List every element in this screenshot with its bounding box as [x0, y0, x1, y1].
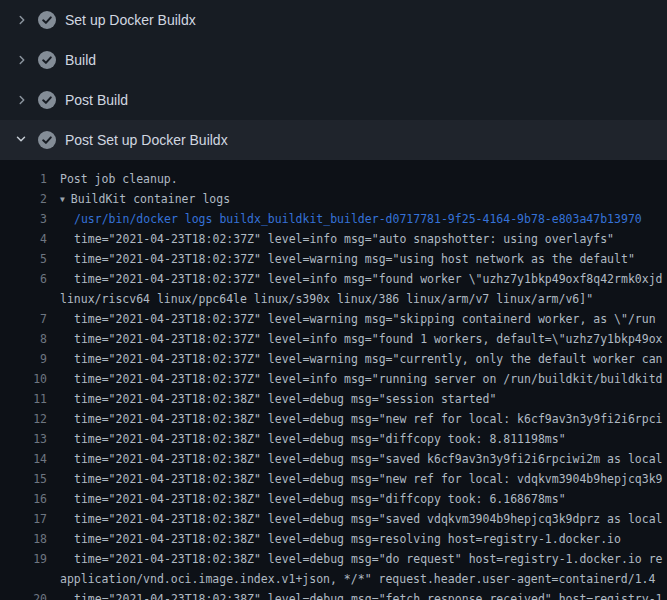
line-number[interactable]: 13: [0, 429, 47, 449]
log-line: 13 ▼time="2021-04-23T18:02:38Z" level=de…: [0, 429, 667, 449]
line-number[interactable]: 14: [0, 449, 47, 469]
log-line: ▼linux/riscv64 linux/ppc64le linux/s390x…: [0, 289, 667, 309]
log-line-text: ▼time="2021-04-23T18:02:38Z" level=debug…: [47, 449, 663, 469]
log-line-text: ▼time="2021-04-23T18:02:38Z" level=debug…: [47, 509, 663, 529]
line-number: [0, 289, 47, 309]
log-line-text: ▼time="2021-04-23T18:02:37Z" level=info …: [47, 329, 663, 349]
log-line: 4 ▼time="2021-04-23T18:02:37Z" level=inf…: [0, 229, 667, 249]
log-line-text: ▼time="2021-04-23T18:02:38Z" level=debug…: [47, 469, 663, 489]
log-line-text: ▼linux/riscv64 linux/ppc64le linux/s390x…: [47, 289, 593, 309]
log-line: 9 ▼time="2021-04-23T18:02:37Z" level=war…: [0, 349, 667, 369]
line-number[interactable]: 9: [0, 349, 47, 369]
step-label: Set up Docker Buildx: [65, 13, 196, 27]
log-line-text: ▼time="2021-04-23T18:02:37Z" level=warni…: [47, 249, 635, 269]
log-line: 20 ▼time="2021-04-23T18:02:38Z" level=de…: [0, 589, 667, 600]
log-line-text: ▼/usr/bin/docker logs buildx_buildkit_bu…: [47, 209, 642, 229]
log-line-text: ▼application/vnd.oci.image.index.v1+json…: [47, 569, 655, 589]
step-header-set-up-docker-buildx[interactable]: Set up Docker Buildx: [0, 0, 667, 40]
step-list: Set up Docker Buildx Build: [0, 0, 667, 160]
log-line: 16 ▼time="2021-04-23T18:02:38Z" level=de…: [0, 489, 667, 509]
line-number[interactable]: 7: [0, 309, 47, 329]
check-circle-icon: [38, 91, 56, 109]
step-header-post-build[interactable]: Post Build: [0, 80, 667, 120]
line-number[interactable]: 4: [0, 229, 47, 249]
line-number[interactable]: 8: [0, 329, 47, 349]
log-viewer: 1 ▼Post job cleanup. 2 ▼BuildKit contain…: [0, 160, 667, 600]
chevron-down-icon: [14, 132, 30, 148]
log-line-text: ▼time="2021-04-23T18:02:38Z" level=debug…: [47, 589, 663, 600]
line-number[interactable]: 12: [0, 409, 47, 429]
log-line: 8 ▼time="2021-04-23T18:02:37Z" level=inf…: [0, 329, 667, 349]
log-line-text: ▼time="2021-04-23T18:02:37Z" level=info …: [47, 229, 614, 249]
log-line: 3 ▼/usr/bin/docker logs buildx_buildkit_…: [0, 209, 667, 229]
log-line: 18 ▼time="2021-04-23T18:02:38Z" level=de…: [0, 529, 667, 549]
step-label: Post Set up Docker Buildx: [65, 133, 228, 147]
log-line-text: ▼time="2021-04-23T18:02:37Z" level=info …: [47, 269, 663, 289]
log-line-text: ▼time="2021-04-23T18:02:37Z" level=warni…: [47, 349, 663, 369]
log-line: 14 ▼time="2021-04-23T18:02:38Z" level=de…: [0, 449, 667, 469]
log-line: 17 ▼time="2021-04-23T18:02:38Z" level=de…: [0, 509, 667, 529]
log-line: 10 ▼time="2021-04-23T18:02:37Z" level=in…: [0, 369, 667, 389]
check-circle-icon: [38, 11, 56, 29]
step-label: Build: [65, 53, 96, 67]
line-number[interactable]: 20: [0, 589, 47, 600]
log-line-text: ▼time="2021-04-23T18:02:38Z" level=debug…: [47, 489, 566, 509]
step-header-build[interactable]: Build: [0, 40, 667, 80]
step-header-post-set-up-docker-buildx[interactable]: Post Set up Docker Buildx: [0, 120, 667, 160]
line-number[interactable]: 19: [0, 549, 47, 569]
line-number[interactable]: 17: [0, 509, 47, 529]
log-line-text: ▼time="2021-04-23T18:02:38Z" level=debug…: [47, 549, 663, 569]
log-line-text: ▼time="2021-04-23T18:02:38Z" level=debug…: [47, 389, 496, 409]
line-number[interactable]: 3: [0, 209, 47, 229]
log-line: 15 ▼time="2021-04-23T18:02:38Z" level=de…: [0, 469, 667, 489]
log-line: 6 ▼time="2021-04-23T18:02:37Z" level=inf…: [0, 269, 667, 289]
log-line: 19 ▼time="2021-04-23T18:02:38Z" level=de…: [0, 549, 667, 569]
line-number[interactable]: 11: [0, 389, 47, 409]
log-line-text: ▼time="2021-04-23T18:02:37Z" level=info …: [47, 369, 663, 389]
line-number: [0, 569, 47, 589]
line-number[interactable]: 5: [0, 249, 47, 269]
log-line: 7 ▼time="2021-04-23T18:02:37Z" level=war…: [0, 309, 667, 329]
log-line: 2 ▼BuildKit container logs: [0, 189, 667, 209]
line-number[interactable]: 10: [0, 369, 47, 389]
log-line-text: ▼time="2021-04-23T18:02:37Z" level=warni…: [47, 309, 656, 329]
log-line-text: ▼time="2021-04-23T18:02:38Z" level=debug…: [47, 529, 621, 549]
log-line: 12 ▼time="2021-04-23T18:02:38Z" level=de…: [0, 409, 667, 429]
line-number[interactable]: 2: [0, 189, 47, 209]
line-number[interactable]: 6: [0, 269, 47, 289]
line-number[interactable]: 15: [0, 469, 47, 489]
line-number[interactable]: 18: [0, 529, 47, 549]
log-line: ▼application/vnd.oci.image.index.v1+json…: [0, 569, 667, 589]
log-line-text: ▼Post job cleanup.: [47, 169, 178, 189]
log-line-text: ▼time="2021-04-23T18:02:38Z" level=debug…: [47, 429, 566, 449]
chevron-right-icon: [14, 92, 30, 108]
log-line: 11 ▼time="2021-04-23T18:02:38Z" level=de…: [0, 389, 667, 409]
log-line-text: ▼time="2021-04-23T18:02:38Z" level=debug…: [47, 409, 663, 429]
log-line-text: ▼BuildKit container logs: [47, 189, 230, 209]
log-line: 5 ▼time="2021-04-23T18:02:37Z" level=war…: [0, 249, 667, 269]
log-line: 1 ▼Post job cleanup.: [0, 169, 667, 189]
chevron-right-icon: [14, 52, 30, 68]
check-circle-icon: [38, 51, 56, 69]
chevron-right-icon: [14, 12, 30, 28]
check-circle-icon: [38, 131, 56, 149]
line-number[interactable]: 16: [0, 489, 47, 509]
line-number[interactable]: 1: [0, 169, 47, 189]
group-expand-icon[interactable]: ▼: [60, 190, 65, 209]
step-label: Post Build: [65, 93, 128, 107]
